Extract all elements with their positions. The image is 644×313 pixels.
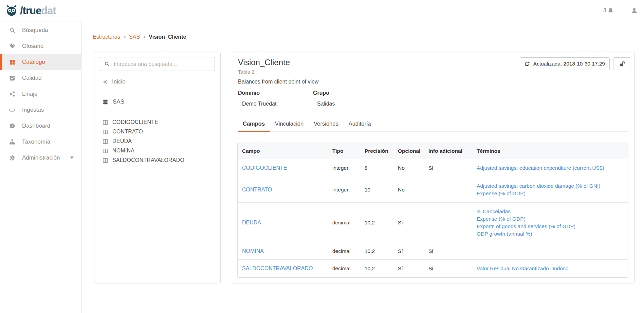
term-link[interactable]: % Canceladas (477, 208, 624, 215)
tab-versiones[interactable]: Versiones (309, 118, 343, 131)
field-precision: 10,2 (360, 248, 393, 254)
explorer-system-sas[interactable]: SAS (103, 98, 215, 105)
breadcrumb-link[interactable]: Estructuras (93, 34, 120, 40)
drive-icon (9, 107, 15, 113)
breadcrumb: Estructuras>SAS>Vision_Cliente (93, 34, 186, 40)
lock-toggle-button[interactable] (613, 57, 631, 70)
breadcrumb-current: Vision_Cliente (149, 34, 186, 40)
tree-item-label: CONTRATO (112, 129, 143, 135)
user-menu-button[interactable] (631, 7, 638, 14)
explorer-table-list: CODIGOCLIENTECONTRATODEUDANOMINASALDOCON… (94, 117, 220, 165)
column-header: Campo (238, 148, 328, 154)
tree-item-codigocliente[interactable]: CODIGOCLIENTE (94, 117, 220, 127)
field-name-cell: CODIGOCLIENTE (238, 165, 328, 171)
notifications-button[interactable]: 3 (603, 7, 614, 14)
tree-item-nomina[interactable]: NOMINA (94, 146, 220, 155)
sidebar-item-catalogo[interactable]: Catálogo (0, 54, 81, 70)
sidebar-item-administracion[interactable]: Administración (0, 150, 81, 166)
field-additional-info: Sí (424, 248, 472, 254)
field-precision: 8 (360, 165, 393, 171)
field-type: decimal (328, 220, 360, 226)
breadcrumb-separator: > (123, 34, 126, 40)
explorer-search (100, 57, 215, 71)
search-icon (104, 61, 110, 67)
domain-label: Dominio (238, 90, 307, 96)
sidebar-item-linaje[interactable]: Linaje (0, 86, 81, 102)
domain-value: Demo Truedat (242, 101, 307, 107)
field-name-link[interactable]: SALDOCONTRAVALORADO (242, 265, 313, 271)
field-additional-info: Sí (424, 165, 472, 171)
tree-item-contrato[interactable]: CONTRATO (94, 127, 220, 136)
detail-header: Vision_Cliente Tabla 2 Actualizada: 2018… (232, 52, 634, 75)
tab-vinculacion[interactable]: Vinculación (270, 118, 309, 131)
detail-actions: Actualizada: 2018-10-30 17:29 (520, 57, 631, 70)
term-link[interactable]: Exports of goods and services (% of GDP) (477, 223, 624, 230)
grid-icon (9, 59, 15, 65)
term-link[interactable]: Expense (% of GDP) (477, 215, 624, 223)
tab-auditoria[interactable]: Auditoría (344, 118, 376, 131)
sidebar-item-label: Administración (22, 154, 60, 161)
group-block: Grupo Salidas (307, 90, 335, 110)
bell-icon (607, 7, 614, 14)
share-icon (9, 91, 15, 97)
field-name-link[interactable]: NOMINA (242, 248, 264, 254)
truedat-logo[interactable]: /truedat (5, 4, 56, 17)
tree-item-saldocontravalorado[interactable]: SALDOCONTRAVALORADO (94, 155, 220, 165)
detail-meta: Dominio Demo Truedat Grupo Salidas (238, 90, 634, 110)
field-name-cell: CONTRATO (238, 187, 328, 193)
gear-icon (9, 155, 15, 161)
header: /truedat 3 (0, 0, 644, 21)
field-precision: 10,2 (360, 220, 393, 226)
explorer-back-home[interactable]: Inicio (103, 78, 215, 85)
tags-icon (9, 43, 15, 49)
gauge-icon (9, 123, 15, 129)
group-label: Grupo (313, 90, 335, 96)
field-name-link[interactable]: DEUDA (242, 220, 261, 225)
sidebar-item-ingestas[interactable]: Ingestas (0, 102, 81, 118)
field-name-link[interactable]: CONTRATO (242, 187, 272, 192)
sidebar-item-label: Taxonomía (22, 139, 50, 145)
field-terms-cell: Adjusted savings: education expenditure … (472, 164, 628, 172)
refresh-updated-button[interactable]: Actualizada: 2018-10-30 17:29 (520, 57, 610, 70)
main-content: Estructuras>SAS>Vision_Cliente Inicio SA… (82, 21, 644, 313)
tree-item-label: SALDOCONTRAVALORADO (112, 157, 184, 163)
term-link[interactable]: Adjusted savings: carbon dioxide damage … (477, 182, 624, 190)
field-terms-cell: Valor Residual No Garantizado Dudoso (472, 265, 628, 272)
sidebar-item-busqueda[interactable]: Búsqueda (0, 22, 81, 38)
field-row: CODIGOCLIENTEinteger8NoSíAdjusted saving… (238, 159, 628, 177)
sidebar-item-taxonomia[interactable]: Taxonomía (0, 134, 81, 150)
term-link[interactable]: Valor Residual No Garantizado Dudoso (477, 265, 624, 272)
column-header: Tipo (328, 148, 360, 154)
sidebar-item-label: Linaje (22, 91, 37, 97)
explorer-search-input[interactable] (100, 57, 215, 71)
field-terms-cell: Adjusted savings: carbon dioxide damage … (472, 182, 628, 197)
divider (108, 92, 220, 92)
user-icon (631, 7, 638, 14)
field-name-link[interactable]: CODIGOCLIENTE (242, 165, 287, 171)
term-link[interactable]: Expense (% of GDP) (477, 190, 624, 197)
unlock-icon (619, 61, 625, 67)
sidebar-item-glosario[interactable]: Glosario (0, 38, 81, 54)
structure-detail-panel: Vision_Cliente Tabla 2 Actualizada: 2018… (232, 52, 635, 283)
breadcrumb-separator: > (143, 34, 146, 40)
sidebar-item-dashboard[interactable]: Dashboard (0, 118, 81, 134)
term-link[interactable]: GDP growth (annual %) (477, 230, 624, 238)
tab-campos[interactable]: Campos (238, 118, 270, 131)
field-type: decimal (328, 248, 360, 254)
sitemap-icon (9, 139, 15, 145)
breadcrumb-link[interactable]: SAS (129, 34, 140, 40)
sidebar-item-label: Glosario (22, 43, 43, 50)
tree-item-deuda[interactable]: DEUDA (94, 136, 220, 146)
sidebar-item-label: Búsqueda (22, 27, 48, 34)
field-terms-cell: % CanceladasExpense (% of GDP)Exports of… (472, 208, 628, 238)
field-optional: No (393, 187, 424, 193)
field-name-cell: DEUDA (238, 220, 328, 226)
field-name-cell: NOMINA (238, 248, 328, 254)
term-link[interactable]: Adjusted savings: education expenditure … (477, 164, 624, 172)
domain-block: Dominio Demo Truedat (238, 90, 307, 110)
column-header: Opcional (393, 148, 424, 154)
sidebar-item-calidad[interactable]: Calidad (0, 70, 81, 86)
divider (108, 112, 220, 112)
field-row: NOMINAdecimal10,2SíSí (238, 243, 628, 259)
field-precision: 10 (360, 187, 393, 193)
